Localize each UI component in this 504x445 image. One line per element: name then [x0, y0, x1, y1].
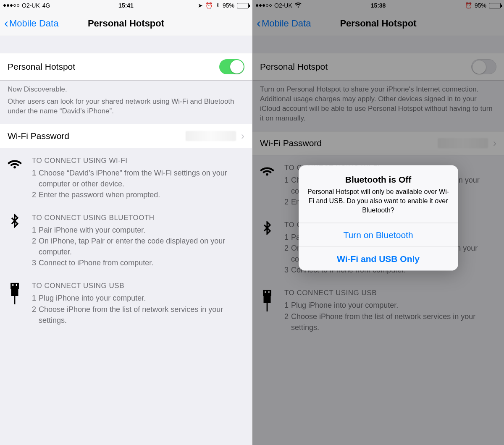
- wifi-password-label: Wi-Fi Password: [8, 131, 69, 141]
- chevron-right-icon: ›: [241, 130, 244, 142]
- signal-dots-icon: [3, 4, 19, 7]
- back-label: Mobile Data: [9, 18, 58, 29]
- wifi-and-usb-only-button[interactable]: Wi-Fi and USB Only: [299, 247, 458, 271]
- screenshot-right: O2-UK 15:38 ⏰ 95% ‹ Mobile Data Personal…: [252, 0, 504, 445]
- hotspot-label: Personal Hotspot: [8, 62, 75, 72]
- clock-label: 15:41: [118, 2, 134, 9]
- network-label: 4G: [42, 2, 50, 9]
- svg-rect-3: [11, 289, 18, 296]
- page-title: Personal Hotspot: [88, 18, 164, 29]
- nav-bar: ‹ Mobile Data Personal Hotspot: [0, 11, 252, 36]
- wifi-password-value: [186, 131, 236, 141]
- hotspot-toggle[interactable]: [219, 59, 244, 74]
- svg-rect-0: [10, 283, 19, 289]
- personal-hotspot-row: Personal Hotspot: [0, 53, 252, 81]
- hotspot-description: Now Discoverable. Other users can look f…: [0, 81, 252, 124]
- bluetooth-icon: [8, 214, 22, 268]
- wifi-password-row[interactable]: Wi-Fi Password ›: [0, 124, 252, 148]
- chevron-left-icon: ‹: [4, 17, 8, 29]
- bluetooth-icon: [215, 2, 220, 9]
- back-button[interactable]: ‹ Mobile Data: [4, 18, 58, 29]
- status-bar: O2-UK 4G 15:41 ➤ ⏰ 95%: [0, 0, 252, 11]
- svg-rect-2: [16, 284, 17, 286]
- instructions: TO CONNECT USING WI-FI 1Choose “David’s …: [0, 148, 252, 348]
- svg-rect-1: [12, 284, 13, 286]
- svg-rect-4: [14, 296, 16, 304]
- screenshot-left: O2-UK 4G 15:41 ➤ ⏰ 95% ‹ Mobile Data Per…: [0, 0, 252, 445]
- battery-icon: [237, 3, 249, 8]
- location-icon: ➤: [198, 2, 203, 9]
- carrier-label: O2-UK: [22, 2, 40, 9]
- bluetooth-off-alert: Bluetooth is Off Personal Hotspot will o…: [299, 165, 458, 271]
- instructions-usb: TO CONNECT USING USB 1Plug iPhone into y…: [8, 282, 244, 325]
- battery-percent: 95%: [223, 2, 234, 9]
- instructions-wifi: TO CONNECT USING WI-FI 1Choose “David’s …: [8, 157, 244, 200]
- alert-message: Personal Hotspot will only be available …: [307, 187, 450, 215]
- alert-title: Bluetooth is Off: [307, 175, 450, 185]
- turn-on-bluetooth-button[interactable]: Turn on Bluetooth: [299, 223, 458, 247]
- alarm-icon: ⏰: [205, 2, 213, 9]
- usb-icon: [8, 282, 22, 325]
- instructions-bluetooth: TO CONNECT USING BLUETOOTH 1Pair iPhone …: [8, 214, 244, 268]
- wifi-icon: [8, 157, 22, 200]
